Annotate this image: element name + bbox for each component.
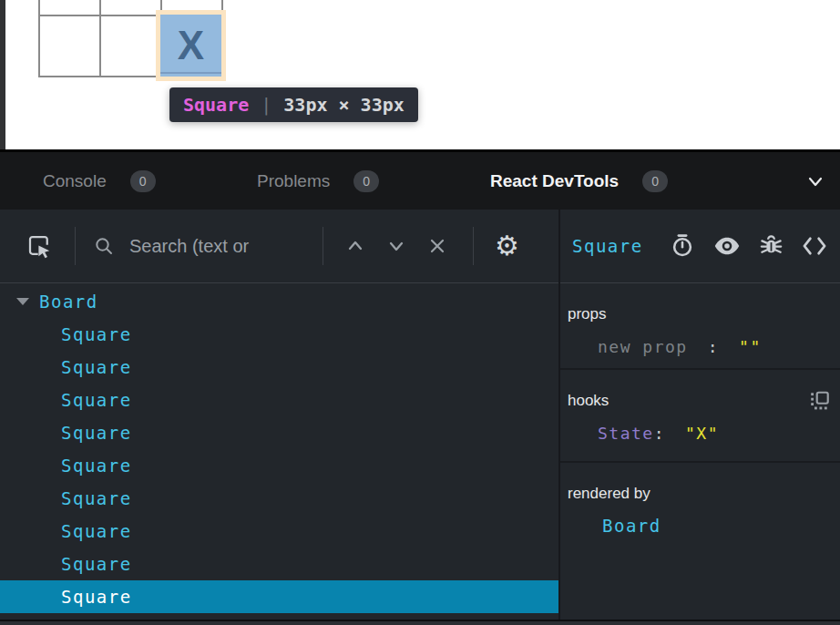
prop-value[interactable]: "" xyxy=(739,337,762,356)
tab-react-devtools[interactable]: React DevTools 0 xyxy=(490,152,668,210)
rendered-by-heading: rendered by xyxy=(568,485,831,503)
tooltip-dimensions: 33px × 33px xyxy=(283,94,404,116)
tree-item-label: Square xyxy=(61,357,132,377)
hooks-section: hooks State:"X" xyxy=(560,368,840,461)
props-heading: props xyxy=(568,305,831,323)
tree-item-label: Square xyxy=(61,521,132,541)
selected-component-title: Square xyxy=(572,236,643,256)
tab-label: Console xyxy=(43,171,107,191)
browser-page: X Square | 33px × 33px xyxy=(0,0,840,149)
tree-item-square[interactable]: Square xyxy=(0,482,558,515)
react-devtools-panel: ⚙ Board Square Square Square Square Squa… xyxy=(0,210,840,625)
tree-item-label: Square xyxy=(61,456,132,476)
tree-item-label: Square xyxy=(61,587,132,607)
tab-count-badge: 0 xyxy=(353,170,379,192)
toolbar-divider xyxy=(473,227,474,265)
hook-value[interactable]: "X" xyxy=(685,424,719,443)
board-cell[interactable] xyxy=(40,16,99,76)
toolbar-divider xyxy=(323,227,323,265)
chevron-down-icon[interactable] xyxy=(805,171,825,191)
tab-count-badge: 0 xyxy=(130,170,156,192)
colon: : xyxy=(708,337,719,356)
tooltip-component-name: Square xyxy=(183,94,249,116)
tree-item-square[interactable]: Square xyxy=(0,449,558,482)
tree-item-square[interactable]: Square xyxy=(0,318,558,351)
rendered-by-board-link[interactable]: Board xyxy=(568,516,831,536)
tree-item-square[interactable]: Square xyxy=(0,351,558,384)
inspect-highlight-gridline xyxy=(160,72,221,74)
tab-label: Problems xyxy=(257,171,330,191)
tab-label: React DevTools xyxy=(490,171,619,191)
tab-count-badge: 0 xyxy=(642,170,668,192)
component-details-panel: Square xyxy=(560,210,840,625)
tab-problems[interactable]: Problems 0 xyxy=(257,152,379,210)
inspected-square-cell[interactable]: X xyxy=(160,15,221,77)
inspect-element-icon[interactable] xyxy=(26,232,53,260)
tree-item-label: Square xyxy=(61,554,132,574)
profiler-clock-icon[interactable] xyxy=(670,233,695,259)
tree-item-square-selected[interactable]: Square xyxy=(0,580,558,613)
components-tree-panel: ⚙ Board Square Square Square Square Squa… xyxy=(0,210,558,625)
board-cell[interactable] xyxy=(40,0,99,15)
new-prop-row[interactable]: new prop:"" xyxy=(568,337,831,356)
tree-item-label: Board xyxy=(39,292,98,312)
prop-name[interactable]: new prop xyxy=(598,337,688,356)
tree-item-label: Square xyxy=(61,324,132,344)
details-toolbar: Square xyxy=(560,210,840,283)
tree-item-square[interactable]: Square xyxy=(0,384,558,416)
tree-item-label: Square xyxy=(61,423,132,443)
devtools-tab-bar: Console 0 Problems 0 React DevTools 0 xyxy=(0,152,840,210)
parse-hook-names-icon[interactable] xyxy=(809,390,831,412)
tree-item-board[interactable]: Board xyxy=(0,285,558,318)
hook-name: State xyxy=(598,424,654,443)
clear-search-icon[interactable] xyxy=(426,235,448,257)
inspect-dom-eye-icon[interactable] xyxy=(713,233,741,259)
props-section: props new prop:"" xyxy=(560,283,840,368)
board-cell[interactable] xyxy=(101,0,160,15)
tree-item-label: Square xyxy=(61,488,132,508)
hooks-heading: hooks xyxy=(568,392,831,410)
search-icon xyxy=(93,235,115,257)
tree-toolbar: ⚙ xyxy=(0,210,558,283)
tooltip-separator: | xyxy=(261,94,271,116)
tree-item-label: Square xyxy=(61,390,132,410)
window-edge xyxy=(0,0,5,149)
next-match-icon[interactable] xyxy=(385,235,407,257)
window-bottom-strip xyxy=(0,621,840,625)
search-input[interactable] xyxy=(129,236,323,257)
toolbar-divider xyxy=(75,227,76,265)
board-cell[interactable] xyxy=(101,16,160,76)
state-hook-row[interactable]: State:"X" xyxy=(568,424,831,443)
tree-item-square[interactable]: Square xyxy=(0,548,558,580)
debug-bug-icon[interactable] xyxy=(759,233,784,259)
view-source-icon[interactable] xyxy=(802,234,827,258)
tree-item-square[interactable]: Square xyxy=(0,416,558,449)
colon: : xyxy=(654,424,665,443)
expander-caret-icon[interactable] xyxy=(16,298,29,305)
previous-match-icon[interactable] xyxy=(344,235,366,257)
tab-console[interactable]: Console 0 xyxy=(43,152,156,210)
settings-gear-icon[interactable]: ⚙ xyxy=(495,232,519,260)
component-tree: Board Square Square Square Square Square… xyxy=(0,283,558,625)
rendered-by-section: rendered by Board xyxy=(560,461,840,625)
inspect-tooltip: Square | 33px × 33px xyxy=(169,87,418,122)
tree-item-square[interactable]: Square xyxy=(0,515,558,548)
